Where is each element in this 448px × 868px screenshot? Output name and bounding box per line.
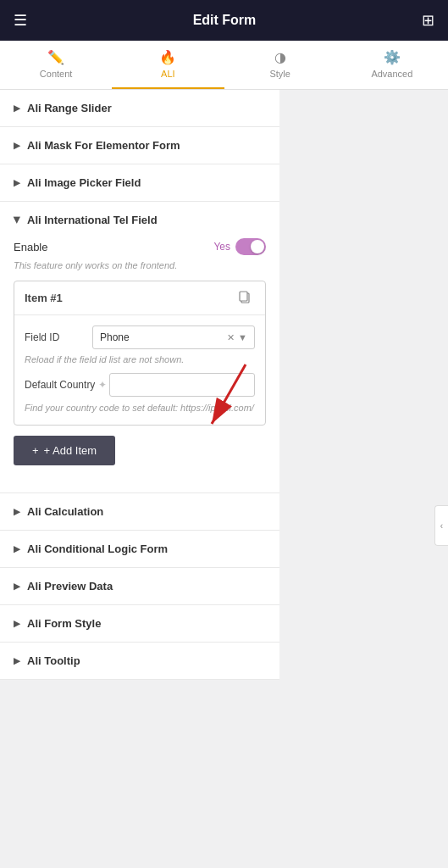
accordion-international-tel-header[interactable]: ▶ Ali International Tel Field <box>0 202 279 238</box>
advanced-icon: ⚙️ <box>384 49 401 65</box>
reload-note: Reload if the field id list are not show… <box>25 354 255 364</box>
accordion-image-picker-header[interactable]: ▶ Ali Image Picker Field <box>0 164 279 201</box>
field-select-icons: ✕ ▼ <box>227 332 247 343</box>
arrow-icon-international-tel: ▶ <box>13 217 22 224</box>
collapse-handle[interactable]: ‹ <box>434 505 448 546</box>
accordion-conditional-logic: ▶ Ali Conditional Logic Form <box>0 531 279 568</box>
toggle-yes-label: Yes <box>213 241 230 253</box>
tab-ali-label: ALI <box>161 69 175 79</box>
svg-rect-1 <box>240 292 247 301</box>
enable-toggle[interactable] <box>235 238 266 255</box>
arrow-icon-conditional-logic: ▶ <box>14 544 20 554</box>
item-card-1-body: Field ID Phone ✕ ▼ Reload if the field i… <box>14 315 265 425</box>
tabs-bar: ✏️ Content 🔥 ALI ◑ Style ⚙️ Advanced <box>0 41 448 90</box>
form-style-label: Ali Form Style <box>27 617 101 630</box>
content-icon: ✏️ <box>47 49 64 65</box>
tab-content-label: Content <box>40 69 73 79</box>
accordion-image-picker: ▶ Ali Image Picker Field <box>0 164 279 202</box>
field-id-select[interactable]: Phone ✕ ▼ <box>92 326 255 349</box>
tooltip-label: Ali Tooltip <box>27 654 80 667</box>
arrow-icon-range-slider: ▶ <box>14 103 20 113</box>
calculation-label: Ali Calculation <box>27 505 103 518</box>
arrow-icon-image-picker: ▶ <box>14 178 20 187</box>
accordion-form-style: ▶ Ali Form Style <box>0 605 279 643</box>
tab-advanced-label: Advanced <box>371 69 412 79</box>
tab-style-label: Style <box>269 69 290 79</box>
plus-icon: + <box>32 444 39 457</box>
image-picker-label: Ali Image Picker Field <box>27 176 141 189</box>
default-country-row: Default Country ✦ <box>25 373 255 397</box>
country-code-note: Find your country code to set default: h… <box>25 402 255 415</box>
field-id-value: Phone <box>100 331 130 343</box>
toggle-container[interactable]: Yes <box>213 238 266 255</box>
item-card-1-header: Item #1 <box>14 281 265 315</box>
chevron-down-icon[interactable]: ▼ <box>238 332 247 342</box>
accordion-preview-data: ▶ Ali Preview Data <box>0 568 279 605</box>
dynamic-icon[interactable]: ✦ <box>98 379 107 391</box>
accordion-tooltip: ▶ Ali Tooltip <box>0 643 279 680</box>
mask-form-label: Ali Mask For Elementor Form <box>27 139 180 152</box>
preview-data-label: Ali Preview Data <box>27 580 113 593</box>
tab-ali[interactable]: 🔥 ALI <box>112 41 224 89</box>
accordion-form-style-header[interactable]: ▶ Ali Form Style <box>0 605 279 642</box>
accordion-tooltip-header[interactable]: ▶ Ali Tooltip <box>0 643 279 679</box>
arrow-icon-calculation: ▶ <box>14 507 20 516</box>
conditional-logic-label: Ali Conditional Logic Form <box>27 542 168 555</box>
add-item-button[interactable]: + + Add Item <box>14 436 115 465</box>
tab-content[interactable]: ✏️ Content <box>0 41 112 89</box>
accordion-preview-data-header[interactable]: ▶ Ali Preview Data <box>0 568 279 604</box>
item-number-label: Item #1 <box>25 292 63 304</box>
hamburger-icon[interactable]: ☰ <box>14 11 27 30</box>
grid-icon[interactable]: ⊞ <box>422 11 434 30</box>
field-id-row: Field ID Phone ✕ ▼ <box>25 326 255 349</box>
accordion-range-slider-header[interactable]: ▶ Ali Range Slider <box>0 90 279 126</box>
default-country-text: Default Country <box>25 379 95 391</box>
arrow-icon-preview-data: ▶ <box>14 581 20 591</box>
ali-icon: 🔥 <box>159 49 176 65</box>
enable-label: Enable <box>14 241 47 253</box>
app-header: ☰ Edit Form ⊞ <box>0 0 448 41</box>
international-tel-content: Enable Yes This feature only works on th… <box>0 238 279 492</box>
tab-advanced[interactable]: ⚙️ Advanced <box>336 41 448 89</box>
page-title: Edit Form <box>193 13 257 28</box>
international-tel-label: Ali International Tel Field <box>27 214 158 226</box>
accordion-mask-form-header[interactable]: ▶ Ali Mask For Elementor Form <box>0 127 279 164</box>
country-input[interactable] <box>109 373 255 397</box>
accordion-calculation-header[interactable]: ▶ Ali Calculation <box>0 493 279 530</box>
arrow-icon-mask-form: ▶ <box>14 141 20 150</box>
clear-icon[interactable]: ✕ <box>227 332 235 343</box>
item-card-1: Item #1 Field ID <box>14 281 266 426</box>
copy-item-button[interactable] <box>235 288 255 308</box>
field-id-label: Field ID <box>25 331 92 343</box>
feature-note: This feature only works on the frontend. <box>14 260 266 270</box>
tab-style[interactable]: ◑ Style <box>224 41 336 89</box>
add-item-label: + Add Item <box>44 444 97 457</box>
style-icon: ◑ <box>274 49 286 65</box>
default-country-label: Default Country ✦ <box>25 379 109 391</box>
main-panel: ▶ Ali Range Slider ▶ Ali Mask For Elemen… <box>0 90 279 680</box>
arrow-icon-form-style: ▶ <box>14 619 20 628</box>
accordion-range-slider: ▶ Ali Range Slider <box>0 90 279 127</box>
accordion-conditional-logic-header[interactable]: ▶ Ali Conditional Logic Form <box>0 531 279 567</box>
accordion-international-tel: ▶ Ali International Tel Field Enable Yes… <box>0 202 279 493</box>
accordion-calculation: ▶ Ali Calculation <box>0 493 279 531</box>
accordion-mask-form: ▶ Ali Mask For Elementor Form <box>0 127 279 164</box>
enable-row: Enable Yes <box>14 238 266 255</box>
range-slider-label: Ali Range Slider <box>27 102 112 114</box>
arrow-icon-tooltip: ▶ <box>14 656 20 665</box>
